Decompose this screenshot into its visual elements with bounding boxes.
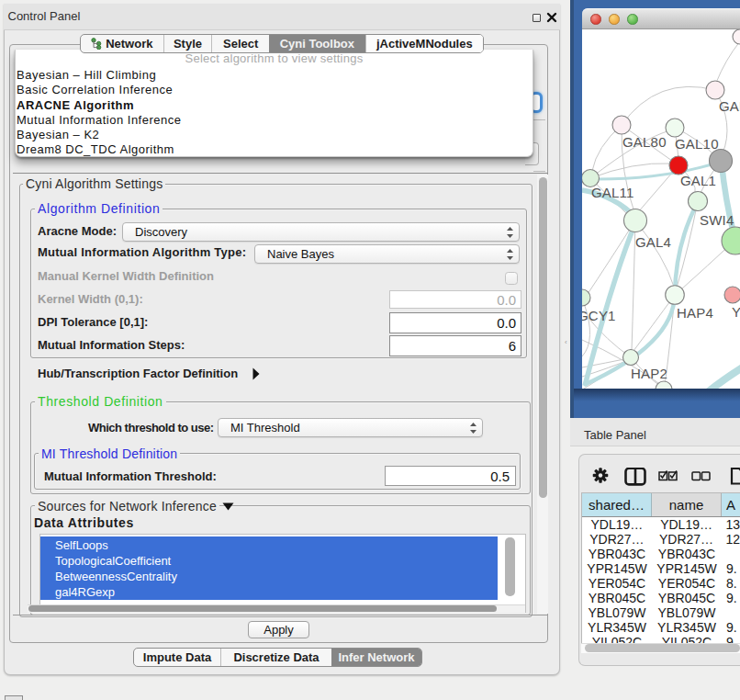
svg-text:GAL1: GAL1 [680,173,716,188]
svg-text:GAL: GAL [719,98,740,114]
svg-text:Y: Y [732,304,740,320]
svg-text:HAP2: HAP2 [631,366,667,381]
svg-text:SWI4: SWI4 [700,212,734,228]
svg-text:GAL10: GAL10 [675,136,719,152]
svg-text:GAL80: GAL80 [622,134,667,150]
svg-text:HAP4: HAP4 [677,305,713,321]
svg-text:GAL4: GAL4 [635,234,671,250]
svg-text:GCY1: GCY1 [582,308,616,323]
svg-text:GAL11: GAL11 [591,185,634,200]
